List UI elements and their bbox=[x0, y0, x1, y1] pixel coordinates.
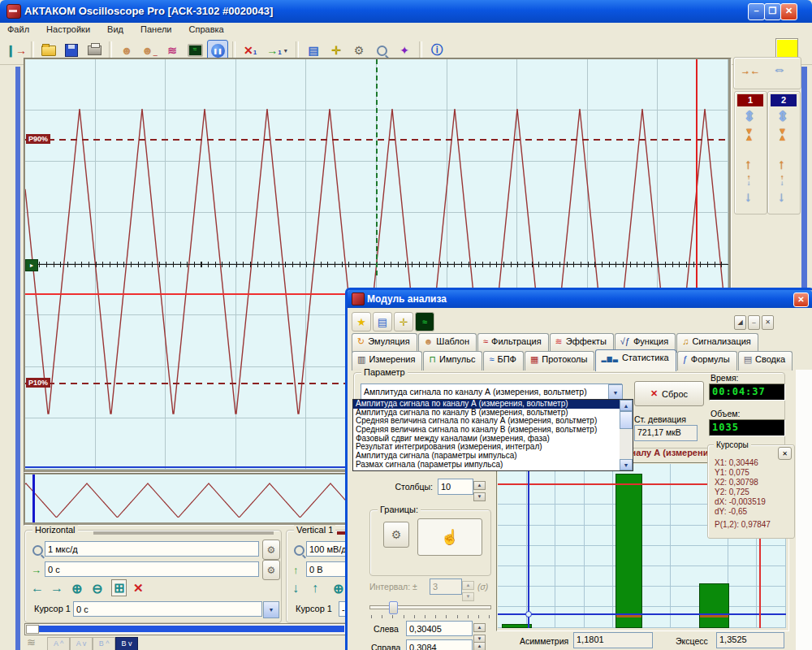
dialog-close-button[interactable]: ✕ bbox=[793, 292, 809, 307]
dropdown-option[interactable]: Амплитуда сигнала по каналу А (измерения… bbox=[353, 400, 620, 409]
dropdown-option[interactable]: Фазовый сдвиг между каналами (измерения,… bbox=[353, 435, 620, 444]
scrollbar-thumb[interactable] bbox=[620, 411, 633, 429]
tab-a-down[interactable]: A v bbox=[70, 637, 93, 650]
tab-b-down[interactable]: B v bbox=[115, 637, 138, 650]
dialog-scope-button[interactable]: ≈ bbox=[415, 312, 434, 332]
dropdown-option[interactable]: Средняя величина сигнала по каналу В (из… bbox=[353, 426, 620, 435]
scroll-right-button[interactable]: → bbox=[50, 581, 63, 596]
trace-tools-icon[interactable]: ≋ bbox=[27, 636, 36, 648]
dropdown-option[interactable]: Амплитуда сигнала (параметры импульса) bbox=[353, 452, 620, 461]
dialog-title: Модуль анализа bbox=[367, 293, 447, 305]
p10-label[interactable]: P10% bbox=[26, 378, 50, 388]
ch2-autoscale-icon[interactable]: ⇕ bbox=[777, 108, 788, 125]
tab-filtering[interactable]: ≈Фильтрация bbox=[477, 333, 549, 353]
ch2-compress-icon[interactable]: ▼▲ bbox=[778, 128, 787, 141]
dialog-info-button[interactable]: ▤ bbox=[373, 312, 392, 332]
dock-button[interactable]: ◢ bbox=[734, 315, 746, 330]
zoom-reset-button[interactable]: ✕ bbox=[133, 581, 144, 596]
dropdown-scrollbar[interactable]: ▲ ▼ bbox=[620, 400, 633, 470]
ch1-shift-up-icon[interactable]: ↑ bbox=[745, 157, 752, 173]
hist-cursor1-hline[interactable] bbox=[498, 613, 786, 615]
ch1-shift-down-icon[interactable]: ↓ bbox=[745, 189, 752, 206]
pulse-icon: ⊓ bbox=[429, 354, 436, 364]
menu-settings[interactable]: Настройки bbox=[39, 23, 97, 34]
h-cursor-dropdown-button[interactable]: ▼ bbox=[263, 601, 279, 618]
shift-down-button[interactable]: ↓ bbox=[292, 581, 299, 596]
menu-help[interactable]: Справка bbox=[182, 23, 231, 34]
manual-bounds-button[interactable]: ☝ bbox=[417, 518, 482, 556]
tab-emulation[interactable]: ↻Эмуляция bbox=[352, 333, 417, 353]
tab-pulse[interactable]: ⊓Импульс bbox=[423, 351, 482, 370]
columns-spinner[interactable]: ▲▼ bbox=[473, 479, 486, 501]
ch1-autoscale-icon[interactable]: ⇕ bbox=[744, 108, 755, 125]
tab-formulas[interactable]: ƒФормулы bbox=[677, 351, 737, 370]
offset-auto-button[interactable]: ⚙ bbox=[262, 560, 280, 580]
ch1-compress-icon[interactable]: ▼▲ bbox=[745, 128, 754, 141]
vzoom-in-button[interactable]: ⊕ bbox=[333, 581, 343, 596]
minimize-button[interactable]: – bbox=[748, 3, 765, 20]
tab-summary[interactable]: ▤Сводка bbox=[738, 351, 793, 370]
tab-b-up[interactable]: B ^ bbox=[93, 637, 115, 650]
hist-cursor-origin[interactable] bbox=[525, 611, 532, 618]
parameter-combobox[interactable]: Амплитуда сигнала по каналу А (измерения… bbox=[361, 384, 622, 401]
time-offset-field[interactable] bbox=[45, 561, 259, 577]
compress-horizontal-icon[interactable]: →← bbox=[741, 65, 760, 76]
reset-button[interactable]: ✕ Сброс bbox=[634, 381, 704, 406]
dialog-level-button[interactable]: ✛ bbox=[394, 312, 413, 332]
p90-label[interactable]: P90% bbox=[26, 134, 50, 144]
dropdown-option[interactable]: Размах сигнала (параметры импульса) bbox=[353, 461, 620, 470]
dropdown-option[interactable]: Результат интегрирования (измерения, инт… bbox=[353, 443, 620, 452]
channel2-header[interactable]: 2 bbox=[771, 94, 797, 106]
channel1-header[interactable]: 1 bbox=[737, 94, 763, 106]
ch2-fine-shift-icon[interactable]: ↑↓ bbox=[780, 175, 784, 186]
time-cursor-line[interactable] bbox=[376, 59, 378, 277]
shift-up-button[interactable]: ↑ bbox=[312, 581, 318, 596]
dialog-minimize-button[interactable]: – bbox=[748, 315, 760, 330]
maximize-button[interactable]: ❐ bbox=[764, 3, 781, 20]
tab-statistics[interactable]: ▂▆▃Статистика bbox=[595, 349, 676, 371]
interval-slider[interactable] bbox=[369, 600, 490, 617]
cursors-close-button[interactable]: ✕ bbox=[778, 447, 792, 460]
scroll-down-icon[interactable]: ▼ bbox=[620, 459, 633, 470]
zoom-in-button[interactable]: ⊕ bbox=[71, 581, 82, 596]
right-bound-spinner[interactable]: ▲▼ bbox=[473, 639, 486, 650]
auto-bounds-button[interactable]: ⚙ bbox=[383, 522, 409, 548]
tab-a-up[interactable]: A ^ bbox=[47, 637, 70, 650]
dialog-x-button[interactable]: ✕ bbox=[762, 315, 774, 330]
interval-field[interactable] bbox=[430, 578, 462, 595]
ch2-shift-up-icon[interactable]: ↑ bbox=[778, 157, 785, 173]
close-button[interactable]: ✕ bbox=[780, 3, 797, 20]
scroll-left-button[interactable]: ← bbox=[31, 581, 44, 596]
ch1-fine-shift-icon[interactable]: ↑↓ bbox=[747, 175, 750, 186]
overview-cursor[interactable] bbox=[32, 474, 35, 522]
menu-panels[interactable]: Панели bbox=[133, 23, 179, 34]
tab-protocols[interactable]: ▦Протоколы bbox=[525, 351, 594, 370]
h-cursor-field[interactable] bbox=[73, 601, 262, 617]
tab-alarm[interactable]: ♫Сигнализация bbox=[676, 333, 758, 353]
zoom-window-button[interactable]: ⊞ bbox=[111, 579, 127, 596]
timebase-auto-button[interactable]: ⚙ bbox=[262, 540, 280, 560]
tab-template[interactable]: ☻Шаблон bbox=[418, 333, 477, 353]
dropdown-option[interactable]: Средняя величина сигнала по каналу А (из… bbox=[353, 417, 620, 426]
columns-field[interactable] bbox=[438, 479, 473, 495]
tab-fft[interactable]: ≈БПФ bbox=[483, 351, 524, 370]
timebase-field[interactable] bbox=[45, 541, 259, 557]
interval-slider-thumb[interactable] bbox=[389, 601, 398, 614]
parameter-dropdown-list: Амплитуда сигнала по каналу А (измерения… bbox=[352, 399, 633, 471]
slider-handle[interactable] bbox=[26, 625, 39, 634]
zoom-out-button[interactable]: ⊖ bbox=[92, 581, 102, 596]
hist-cursor1-vline[interactable] bbox=[528, 464, 529, 628]
favorite-button[interactable]: ★ bbox=[352, 312, 371, 332]
position-slider[interactable] bbox=[24, 623, 348, 635]
menu-view[interactable]: Вид bbox=[100, 23, 131, 34]
menu-file[interactable]: Файл bbox=[0, 23, 37, 34]
left-bound-field[interactable] bbox=[406, 621, 473, 636]
right-bound-field[interactable] bbox=[406, 639, 473, 650]
scroll-up-icon[interactable]: ▲ bbox=[620, 400, 633, 411]
dropdown-option[interactable]: Амплитуда сигнала по каналу В (измерения… bbox=[353, 409, 620, 418]
expand-horizontal-icon[interactable]: ⇔ bbox=[773, 63, 786, 77]
trigger-marker[interactable]: ▸ bbox=[25, 259, 38, 271]
histogram-bar bbox=[615, 474, 642, 628]
ch2-shift-down-icon[interactable]: ↓ bbox=[778, 189, 785, 206]
color-swatch[interactable] bbox=[775, 38, 798, 58]
